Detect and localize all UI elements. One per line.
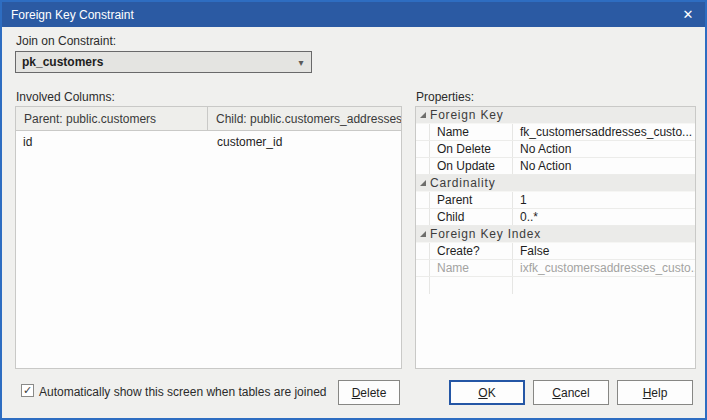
window-title: Foreign Key Constraint [11,8,134,22]
expander-icon[interactable] [416,180,430,186]
property-key: Create? [430,243,513,259]
titlebar: Foreign Key Constraint ✕ [2,2,705,27]
property-key: On Delete [430,141,513,157]
property-group-foreign-key-index[interactable]: Foreign Key Index [416,226,695,243]
ok-button[interactable]: OK [449,380,525,405]
property-key: Child [430,209,513,225]
check-icon: ✓ [23,385,32,396]
foreign-key-constraint-dialog: Foreign Key Constraint ✕ Join on Constra… [0,0,707,420]
property-value[interactable]: 0..* [513,209,695,225]
group-label: Cardinality [430,176,496,190]
property-value: ixfk_customersaddresses_custo... [513,260,695,276]
property-key: Parent [430,192,513,208]
property-value[interactable]: No Action [513,141,695,157]
parent-column-header: Parent: public.customers [16,107,208,130]
dropdown-arrow-icon: ▾ [291,57,311,68]
expander-icon[interactable] [416,231,430,237]
involved-columns-header-row: Parent: public.customers Child: public.c… [16,107,401,131]
close-icon[interactable]: ✕ [671,2,705,27]
property-row-on-update[interactable]: On Update No Action [416,158,695,175]
join-on-constraint-label: Join on Constraint: [16,34,116,48]
property-row-name[interactable]: Name fk_customersaddresses_custo... [416,124,695,141]
constraint-combobox[interactable]: pk_customers ▾ [15,51,312,73]
property-value[interactable]: fk_customersaddresses_custo... [513,124,695,140]
property-key: Name [430,260,513,276]
group-label: Foreign Key [430,108,504,122]
property-row-parent[interactable]: Parent 1 [416,192,695,209]
delete-button[interactable]: Delete [338,380,400,405]
property-key: Name [430,124,513,140]
property-row-create[interactable]: Create? False [416,243,695,260]
property-row-on-delete[interactable]: On Delete No Action [416,141,695,158]
involved-columns-label: Involved Columns: [16,90,115,104]
property-value[interactable]: False [513,243,695,259]
child-column-header: Child: public.customers_addresses [208,107,401,130]
expander-icon[interactable] [416,112,430,118]
property-value[interactable]: No Action [513,158,695,174]
constraint-combobox-value: pk_customers [16,55,291,69]
property-key: On Update [430,158,513,174]
child-column-cell: customer_id [209,131,401,153]
help-button[interactable]: Help [617,380,693,405]
property-group-foreign-key[interactable]: Foreign Key [416,107,695,124]
properties-grid: Foreign Key Name fk_customersaddresses_c… [415,106,696,369]
cancel-button[interactable]: Cancel [533,380,609,405]
property-value[interactable]: 1 [513,192,695,208]
auto-show-checkbox-label[interactable]: Automatically show this screen when tabl… [39,385,326,399]
group-label: Foreign Key Index [430,227,541,241]
property-row-child[interactable]: Child 0..* [416,209,695,226]
table-row[interactable]: id customer_id [16,131,401,153]
property-row-index-name: Name ixfk_customersaddresses_custo... [416,260,695,277]
involved-columns-table: Parent: public.customers Child: public.c… [15,106,402,369]
properties-label: Properties: [416,90,474,104]
parent-column-cell: id [16,131,209,153]
property-group-cardinality[interactable]: Cardinality [416,175,695,192]
auto-show-checkbox[interactable]: ✓ [21,384,34,397]
empty-grid-row [416,277,695,294]
